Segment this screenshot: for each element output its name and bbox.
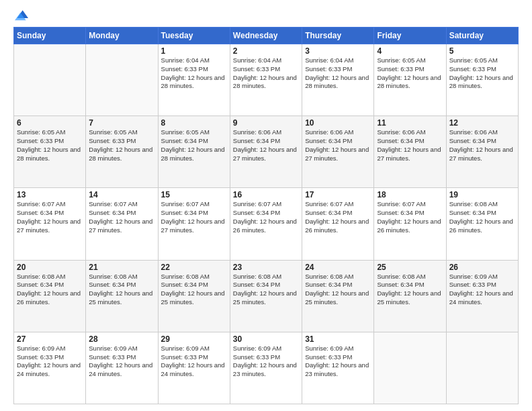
day-number: 1 [161, 46, 227, 56]
day-info: Sunrise: 6:05 AM Sunset: 6:33 PM Dayligh… [449, 56, 515, 91]
day-info: Sunrise: 6:04 AM Sunset: 6:33 PM Dayligh… [233, 56, 299, 91]
calendar-week-3: 20Sunrise: 6:08 AM Sunset: 6:34 PM Dayli… [14, 260, 519, 332]
calendar-cell: 2Sunrise: 6:04 AM Sunset: 6:33 PM Daylig… [230, 44, 302, 116]
day-number: 25 [377, 263, 443, 272]
day-info: Sunrise: 6:07 AM Sunset: 6:34 PM Dayligh… [17, 200, 83, 234]
calendar-cell: 18Sunrise: 6:07 AM Sunset: 6:34 PM Dayli… [374, 188, 446, 260]
calendar-cell [14, 44, 86, 116]
day-number: 8 [161, 118, 227, 128]
day-number: 12 [449, 118, 515, 128]
day-info: Sunrise: 6:09 AM Sunset: 6:33 PM Dayligh… [305, 345, 371, 379]
calendar-cell: 4Sunrise: 6:05 AM Sunset: 6:33 PM Daylig… [374, 44, 446, 116]
calendar-cell: 16Sunrise: 6:07 AM Sunset: 6:34 PM Dayli… [230, 188, 302, 260]
day-number: 23 [233, 263, 299, 272]
calendar-header-monday: Monday [86, 28, 158, 44]
calendar-cell: 26Sunrise: 6:09 AM Sunset: 6:33 PM Dayli… [446, 260, 518, 332]
calendar-cell: 3Sunrise: 6:04 AM Sunset: 6:33 PM Daylig… [302, 44, 374, 116]
day-info: Sunrise: 6:08 AM Sunset: 6:34 PM Dayligh… [17, 273, 83, 307]
calendar-week-0: 1Sunrise: 6:04 AM Sunset: 6:33 PM Daylig… [14, 44, 519, 116]
calendar-cell: 20Sunrise: 6:08 AM Sunset: 6:34 PM Dayli… [14, 260, 86, 332]
calendar-cell: 11Sunrise: 6:06 AM Sunset: 6:34 PM Dayli… [374, 116, 446, 188]
day-info: Sunrise: 6:09 AM Sunset: 6:33 PM Dayligh… [161, 345, 227, 379]
calendar-cell: 15Sunrise: 6:07 AM Sunset: 6:34 PM Dayli… [158, 188, 230, 260]
day-number: 16 [233, 190, 299, 199]
day-info: Sunrise: 6:05 AM Sunset: 6:33 PM Dayligh… [377, 56, 443, 91]
day-number: 14 [89, 190, 154, 199]
day-number: 3 [305, 46, 371, 56]
calendar-cell: 22Sunrise: 6:08 AM Sunset: 6:34 PM Dayli… [158, 260, 230, 332]
calendar-cell: 6Sunrise: 6:05 AM Sunset: 6:33 PM Daylig… [14, 116, 86, 188]
calendar-week-1: 6Sunrise: 6:05 AM Sunset: 6:33 PM Daylig… [14, 116, 519, 188]
day-info: Sunrise: 6:09 AM Sunset: 6:33 PM Dayligh… [449, 273, 515, 307]
calendar-cell [374, 332, 446, 404]
day-number: 18 [377, 190, 443, 199]
calendar-cell: 14Sunrise: 6:07 AM Sunset: 6:34 PM Dayli… [86, 188, 158, 260]
calendar-cell: 28Sunrise: 6:09 AM Sunset: 6:33 PM Dayli… [86, 332, 158, 404]
day-info: Sunrise: 6:08 AM Sunset: 6:34 PM Dayligh… [449, 200, 515, 234]
day-info: Sunrise: 6:08 AM Sunset: 6:34 PM Dayligh… [89, 273, 154, 307]
calendar-cell: 10Sunrise: 6:06 AM Sunset: 6:34 PM Dayli… [302, 116, 374, 188]
day-number: 6 [17, 118, 83, 128]
day-info: Sunrise: 6:05 AM Sunset: 6:33 PM Dayligh… [17, 128, 83, 163]
day-info: Sunrise: 6:07 AM Sunset: 6:34 PM Dayligh… [377, 200, 443, 234]
day-number: 5 [449, 46, 515, 56]
day-info: Sunrise: 6:07 AM Sunset: 6:34 PM Dayligh… [161, 200, 227, 234]
logo [13, 11, 28, 21]
calendar-header-friday: Friday [374, 28, 446, 44]
day-number: 4 [377, 46, 443, 56]
day-info: Sunrise: 6:06 AM Sunset: 6:34 PM Dayligh… [377, 128, 443, 163]
day-number: 19 [449, 190, 515, 199]
calendar-cell [446, 332, 518, 404]
calendar: SundayMondayTuesdayWednesdayThursdayFrid… [13, 27, 519, 404]
day-info: Sunrise: 6:08 AM Sunset: 6:34 PM Dayligh… [233, 273, 299, 307]
calendar-cell [86, 44, 158, 116]
calendar-cell: 13Sunrise: 6:07 AM Sunset: 6:34 PM Dayli… [14, 188, 86, 260]
calendar-cell: 9Sunrise: 6:06 AM Sunset: 6:34 PM Daylig… [230, 116, 302, 188]
calendar-header-tuesday: Tuesday [158, 28, 230, 44]
day-number: 11 [377, 118, 443, 128]
day-info: Sunrise: 6:06 AM Sunset: 6:34 PM Dayligh… [449, 128, 515, 163]
logo-icon [15, 8, 28, 21]
day-info: Sunrise: 6:08 AM Sunset: 6:34 PM Dayligh… [377, 273, 443, 307]
day-info: Sunrise: 6:05 AM Sunset: 6:34 PM Dayligh… [161, 128, 227, 163]
day-number: 24 [305, 263, 371, 272]
calendar-week-2: 13Sunrise: 6:07 AM Sunset: 6:34 PM Dayli… [14, 188, 519, 260]
calendar-header-row: SundayMondayTuesdayWednesdayThursdayFrid… [14, 28, 519, 44]
day-info: Sunrise: 6:06 AM Sunset: 6:34 PM Dayligh… [305, 128, 371, 163]
day-info: Sunrise: 6:08 AM Sunset: 6:34 PM Dayligh… [305, 273, 371, 307]
calendar-header-thursday: Thursday [302, 28, 374, 44]
day-info: Sunrise: 6:05 AM Sunset: 6:33 PM Dayligh… [89, 128, 154, 163]
day-info: Sunrise: 6:04 AM Sunset: 6:33 PM Dayligh… [305, 56, 371, 91]
day-number: 28 [89, 334, 154, 344]
day-number: 27 [17, 334, 83, 344]
day-number: 2 [233, 46, 299, 56]
day-number: 7 [89, 118, 154, 128]
calendar-cell: 17Sunrise: 6:07 AM Sunset: 6:34 PM Dayli… [302, 188, 374, 260]
day-info: Sunrise: 6:07 AM Sunset: 6:34 PM Dayligh… [305, 200, 371, 234]
day-info: Sunrise: 6:06 AM Sunset: 6:34 PM Dayligh… [233, 128, 299, 163]
day-number: 10 [305, 118, 371, 128]
calendar-cell: 30Sunrise: 6:09 AM Sunset: 6:33 PM Dayli… [230, 332, 302, 404]
day-info: Sunrise: 6:09 AM Sunset: 6:33 PM Dayligh… [233, 345, 299, 379]
calendar-cell: 7Sunrise: 6:05 AM Sunset: 6:33 PM Daylig… [86, 116, 158, 188]
day-info: Sunrise: 6:09 AM Sunset: 6:33 PM Dayligh… [89, 345, 154, 379]
calendar-cell: 23Sunrise: 6:08 AM Sunset: 6:34 PM Dayli… [230, 260, 302, 332]
calendar-week-4: 27Sunrise: 6:09 AM Sunset: 6:33 PM Dayli… [14, 332, 519, 404]
day-info: Sunrise: 6:09 AM Sunset: 6:33 PM Dayligh… [17, 345, 83, 379]
calendar-cell: 25Sunrise: 6:08 AM Sunset: 6:34 PM Dayli… [374, 260, 446, 332]
day-number: 13 [17, 190, 83, 199]
day-info: Sunrise: 6:08 AM Sunset: 6:34 PM Dayligh… [161, 273, 227, 307]
calendar-cell: 24Sunrise: 6:08 AM Sunset: 6:34 PM Dayli… [302, 260, 374, 332]
day-number: 26 [449, 263, 515, 272]
day-number: 17 [305, 190, 371, 199]
calendar-cell: 29Sunrise: 6:09 AM Sunset: 6:33 PM Dayli… [158, 332, 230, 404]
calendar-cell: 12Sunrise: 6:06 AM Sunset: 6:34 PM Dayli… [446, 116, 518, 188]
day-number: 29 [161, 334, 227, 344]
calendar-cell: 21Sunrise: 6:08 AM Sunset: 6:34 PM Dayli… [86, 260, 158, 332]
header [13, 11, 519, 21]
day-number: 30 [233, 334, 299, 344]
calendar-body: 1Sunrise: 6:04 AM Sunset: 6:33 PM Daylig… [14, 44, 519, 404]
day-number: 31 [305, 334, 371, 344]
page: SundayMondayTuesdayWednesdayThursdayFrid… [0, 0, 532, 411]
day-number: 21 [89, 263, 154, 272]
